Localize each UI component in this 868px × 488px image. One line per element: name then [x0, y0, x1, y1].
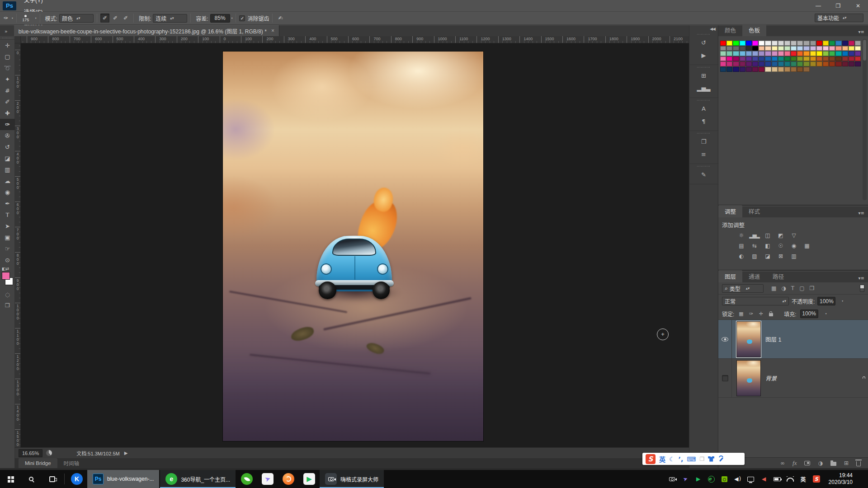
color-swatch[interactable]: [842, 56, 848, 61]
color-swatch[interactable]: [823, 56, 829, 61]
ime-lang-icon[interactable]: 英: [659, 455, 665, 464]
color-swatch[interactable]: [803, 67, 809, 72]
lock-position-icon[interactable]: ✛: [758, 311, 764, 317]
sogou-logo-icon[interactable]: S: [646, 454, 656, 464]
task-view-button[interactable]: [42, 470, 62, 488]
color-swatch[interactable]: [726, 51, 732, 56]
histogram-panel-icon[interactable]: ▂▅▃: [695, 82, 713, 94]
color-swatch[interactable]: [829, 41, 835, 46]
color-swatch[interactable]: [765, 41, 771, 46]
layer-thumbnail[interactable]: [736, 321, 761, 357]
color-swatch[interactable]: [842, 41, 848, 46]
actions-panel-icon[interactable]: ▶: [695, 49, 713, 61]
fill-field[interactable]: 100%: [800, 310, 818, 318]
filter-smart-icon[interactable]: ❐: [810, 285, 815, 291]
filter-adjustment-icon[interactable]: ◑: [781, 285, 786, 291]
blend-mode-dropdown[interactable]: 正常 ▲▼: [722, 297, 789, 305]
color-swatch[interactable]: [733, 51, 739, 56]
nvidia-tray-icon[interactable]: [721, 476, 728, 482]
drag-grip[interactable]: [689, 165, 718, 168]
add-mask-icon[interactable]: [804, 461, 810, 465]
color-swatch[interactable]: [842, 61, 848, 66]
chevron-down-icon[interactable]: ▾: [826, 313, 827, 315]
notes-panel-icon[interactable]: ✎: [695, 169, 713, 180]
new-layer-icon[interactable]: ⊞: [844, 460, 849, 466]
status-options-arrow[interactable]: ▶: [124, 450, 128, 455]
layer-filter-type-dropdown[interactable]: ⌕ 类型 ▲▼: [722, 284, 764, 293]
minimize-button[interactable]: —: [808, 0, 828, 11]
drag-grip[interactable]: [689, 66, 718, 69]
color-swatch[interactable]: [855, 56, 861, 61]
layer-row-background[interactable]: 背景: [718, 359, 868, 398]
color-swatch[interactable]: [803, 61, 809, 66]
color-swatch[interactable]: [855, 41, 861, 46]
color-swatch[interactable]: [726, 46, 732, 51]
dodge-tool[interactable]: ◉: [0, 187, 15, 198]
volume-tray-icon[interactable]: ◀: [734, 476, 741, 482]
color-swatch[interactable]: [835, 51, 841, 56]
toolbox-icon[interactable]: [718, 456, 724, 462]
color-swatch[interactable]: [726, 56, 732, 61]
filter-shape-icon[interactable]: ▢: [799, 285, 804, 291]
taskbar-360-task[interactable]: e 360导航_一个主页...: [160, 470, 236, 488]
color-swatch[interactable]: [791, 67, 797, 72]
color-swatch[interactable]: [752, 56, 758, 61]
color-swatch[interactable]: [784, 51, 790, 56]
marquee-tool[interactable]: ▢: [0, 51, 15, 62]
close-button[interactable]: ✕: [848, 0, 868, 11]
screen-record-tray-icon[interactable]: [669, 477, 676, 481]
color-swatch[interactable]: [746, 41, 752, 46]
new-group-icon[interactable]: [830, 460, 836, 466]
color-swatch[interactable]: [823, 51, 829, 56]
brush-size-picker[interactable]: 175: [20, 15, 32, 22]
type-tool[interactable]: T: [0, 209, 15, 221]
color-swatch[interactable]: [765, 61, 771, 66]
color-swatch[interactable]: [810, 46, 816, 51]
color-swatch[interactable]: [759, 61, 764, 66]
color-swatch[interactable]: [778, 67, 784, 72]
skin-icon[interactable]: [708, 456, 714, 462]
panel-menu-icon[interactable]: ▾≡: [855, 274, 868, 282]
color-swatch[interactable]: [772, 51, 778, 56]
color-swatch[interactable]: [849, 61, 854, 66]
color-swatch[interactable]: [816, 56, 822, 61]
character-panel-icon[interactable]: A: [695, 103, 713, 114]
clone-stamp-tool[interactable]: ✇: [0, 130, 15, 141]
taskbar-recorder-task[interactable]: 嗨格式录屏大师: [320, 470, 384, 488]
color-swatch[interactable]: [810, 41, 816, 46]
menu-item[interactable]: 文字(Y): [19, 0, 49, 6]
layer-name[interactable]: 图层 1: [765, 335, 781, 343]
color-swatch[interactable]: [759, 51, 764, 56]
color-swatch[interactable]: [829, 56, 835, 61]
color-swatch[interactable]: [829, 46, 835, 51]
swatches-scrollbar[interactable]: [863, 39, 867, 200]
color-swatch[interactable]: [778, 41, 784, 46]
color-swatch[interactable]: [797, 46, 803, 51]
color-swatch[interactable]: [784, 67, 790, 72]
color-swatch[interactable]: [759, 56, 764, 61]
eyedropper-tool[interactable]: ✐: [0, 96, 15, 108]
color-swatch[interactable]: [855, 46, 861, 51]
color-swatch[interactable]: [765, 51, 771, 56]
panel-menu-icon[interactable]: ▾≡: [855, 28, 868, 36]
color-swatch[interactable]: [797, 51, 803, 56]
chevron-down-icon[interactable]: ▾: [35, 17, 37, 19]
pen-pressure-icon[interactable]: ✍: [276, 14, 285, 23]
color-swatch[interactable]: [823, 46, 829, 51]
color-swatch[interactable]: [740, 67, 745, 72]
color-swatch[interactable]: [733, 56, 739, 61]
color-swatch[interactable]: [733, 61, 739, 66]
canvas-area[interactable]: [21, 43, 689, 447]
taskbar-clock[interactable]: 19:44 2020/3/10: [826, 472, 855, 486]
swap-colors-icon[interactable]: ◧⇄: [2, 267, 9, 271]
document-tab[interactable]: blue-volkswagen-beetle-coupe-in-selectiv…: [14, 25, 279, 36]
lock-paint-icon[interactable]: ✑: [748, 311, 754, 317]
color-swatch[interactable]: [842, 46, 848, 51]
color-swatch[interactable]: [784, 61, 790, 66]
battery-tray-icon[interactable]: [774, 477, 781, 481]
link-layers-icon[interactable]: ∞: [780, 460, 785, 466]
taskbar-thunder-app[interactable]: ➤: [257, 470, 278, 488]
color-swatch[interactable]: [746, 67, 752, 72]
paragraph-panel-icon[interactable]: ¶: [695, 115, 713, 127]
timeline-tab[interactable]: 时间轴: [57, 458, 86, 468]
